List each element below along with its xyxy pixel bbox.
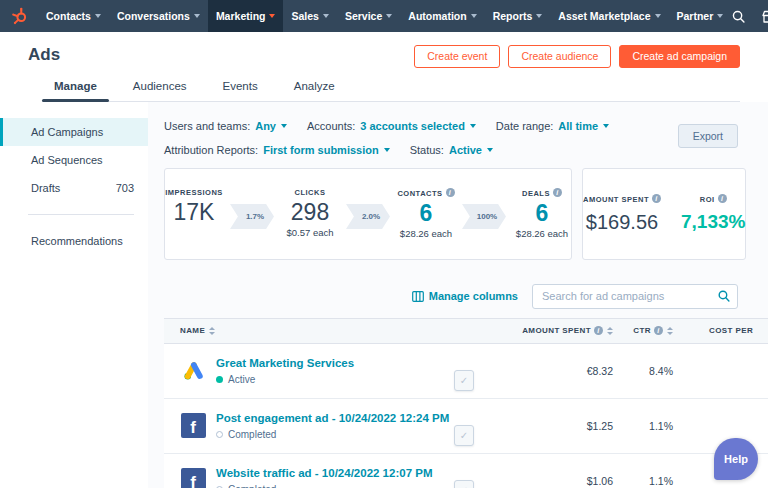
- page-title: Ads: [28, 45, 60, 65]
- nav-item-label: Asset Marketplace: [558, 10, 650, 22]
- tab-audiences[interactable]: Audiences: [121, 80, 199, 101]
- status-label: Completed: [228, 429, 276, 440]
- chevron-down-icon: [655, 14, 661, 18]
- info-icon[interactable]: [654, 326, 663, 335]
- filters-row-1: Users and teams: Any Accounts: 3 account…: [164, 118, 738, 134]
- campaign-status: Completed: [216, 429, 449, 440]
- metric-cost-each: $28.26 each: [513, 228, 571, 239]
- filters-row-2: Attribution Reports: First form submissi…: [164, 142, 738, 158]
- create-event-button[interactable]: Create event: [414, 45, 500, 68]
- sidebar-item-ad-sequences[interactable]: Ad Sequences: [0, 146, 148, 174]
- sidebar-item-recommendations[interactable]: Recommendations: [0, 227, 148, 255]
- column-header-ctr[interactable]: CTR: [613, 326, 673, 335]
- metric-label: DEALS: [522, 189, 550, 198]
- campaign-status: Active: [216, 374, 354, 385]
- status-label: Active: [228, 374, 255, 385]
- header-buttons: Create event Create audience Create ad c…: [414, 45, 740, 68]
- filter-label: Attribution Reports:: [164, 144, 258, 156]
- metric-impressions: IMPRESSIONS 17K: [165, 188, 223, 224]
- nav-item-marketing[interactable]: Marketing: [208, 0, 284, 32]
- column-header-cost-per[interactable]: COST PER: [673, 326, 768, 335]
- nav-item-partner[interactable]: Partner: [669, 0, 732, 32]
- tab-analyze[interactable]: Analyze: [282, 80, 347, 101]
- search-icon[interactable]: [717, 289, 731, 307]
- table-toolbar: Manage columns: [164, 284, 738, 309]
- filter-users-and-teams[interactable]: Users and teams: Any: [164, 120, 287, 132]
- manage-columns-button[interactable]: Manage columns: [412, 290, 518, 302]
- column-label: CTR: [633, 326, 651, 335]
- column-label: AMOUNT SPENT: [522, 326, 591, 335]
- page-header: Ads Create event Create audience Create …: [0, 32, 768, 102]
- column-header-amount-spent[interactable]: AMOUNT SPENT: [519, 326, 613, 335]
- sidebar-item-drafts[interactable]: Drafts 703: [0, 174, 148, 202]
- filter-value: First form submission: [263, 144, 379, 156]
- funnel-arrow: 100%: [462, 204, 506, 229]
- tab-events[interactable]: Events: [211, 80, 270, 101]
- column-label: COST PER: [709, 326, 753, 335]
- info-icon[interactable]: [594, 326, 603, 335]
- metric-contacts: CONTACTS 6 $28.26 each: [397, 188, 455, 239]
- nav-item-label: Service: [345, 10, 382, 22]
- search-input[interactable]: [532, 284, 738, 309]
- help-button[interactable]: Help: [714, 438, 758, 480]
- nav-item-label: Conversations: [117, 10, 190, 22]
- campaign-search: [532, 284, 738, 309]
- filter-attribution-reports[interactable]: Attribution Reports: First form submissi…: [164, 144, 390, 156]
- chevron-down-icon: [470, 124, 476, 128]
- chevron-down-icon: [281, 124, 287, 128]
- sidebar-item-label: Drafts: [31, 182, 60, 194]
- sidebar-item-label: Recommendations: [31, 235, 123, 247]
- chevron-down-icon: [269, 14, 275, 18]
- sidebar-item-ad-campaigns[interactable]: Ad Campaigns: [0, 118, 148, 146]
- chevron-down-icon: [717, 14, 723, 18]
- metric-amount-spent: AMOUNT SPENT $169.56: [583, 194, 661, 234]
- create-audience-button[interactable]: Create audience: [508, 45, 611, 68]
- info-icon[interactable]: [652, 194, 661, 203]
- filter-status[interactable]: Status: Active: [410, 144, 493, 156]
- nav-item-sales[interactable]: Sales: [283, 0, 336, 32]
- column-header-name[interactable]: NAME: [164, 319, 473, 343]
- nav-item-reports[interactable]: Reports: [485, 0, 551, 32]
- drafts-count-badge: 703: [116, 182, 134, 194]
- marketplace-icon[interactable]: [761, 9, 768, 24]
- nav-item-label: Partner: [677, 10, 714, 22]
- filter-value: 3 accounts selected: [360, 120, 465, 132]
- info-icon[interactable]: [718, 194, 727, 203]
- nav-item-contacts[interactable]: Contacts: [38, 0, 109, 32]
- campaign-name-link[interactable]: Website traffic ad - 10/24/2022 12:07 PM: [216, 467, 432, 479]
- conversion-rate: 1.7%: [246, 212, 264, 221]
- hubspot-sprocket-logo-icon[interactable]: [10, 6, 30, 26]
- tab-manage[interactable]: Manage: [42, 80, 109, 101]
- toggle-knob-check-icon: ✓: [454, 370, 474, 391]
- table-row: f Website traffic ad - 10/24/2022 12:07 …: [164, 454, 768, 488]
- manage-columns-label: Manage columns: [429, 290, 518, 302]
- campaign-name-link[interactable]: Post engagement ad - 10/24/2022 12:24 PM: [216, 412, 449, 424]
- chevron-down-icon: [323, 14, 329, 18]
- campaign-name-link[interactable]: Great Marketing Services: [216, 357, 354, 369]
- info-icon[interactable]: [553, 188, 562, 197]
- nav-item-conversations[interactable]: Conversations: [109, 0, 208, 32]
- metric-roi: ROI 7,133%: [681, 194, 745, 233]
- nav-item-service[interactable]: Service: [337, 0, 400, 32]
- sort-icon[interactable]: [209, 327, 215, 335]
- filter-date-range[interactable]: Date range: All time: [496, 120, 609, 132]
- chevron-down-icon: [194, 14, 200, 18]
- filter-accounts[interactable]: Accounts: 3 accounts selected: [307, 120, 476, 132]
- ctr-value: 8.4%: [649, 365, 673, 377]
- status-label: Completed: [228, 484, 276, 488]
- nav-item-automation[interactable]: Automation: [400, 0, 484, 32]
- table-row: f Post engagement ad - 10/24/2022 12:24 …: [164, 399, 768, 454]
- ctr-value: 1.1%: [649, 420, 673, 432]
- nav-item-label: Sales: [291, 10, 318, 22]
- spend-roi-card: AMOUNT SPENT $169.56 ROI 7,133%: [582, 168, 746, 260]
- create-ad-campaign-button[interactable]: Create ad campaign: [619, 45, 740, 68]
- columns-icon: [412, 291, 424, 302]
- export-button[interactable]: Export: [678, 124, 738, 148]
- search-icon[interactable]: [731, 9, 746, 24]
- toggle-knob-check-icon: ✓: [454, 480, 474, 488]
- nav-item-label: Contacts: [46, 10, 91, 22]
- column-label: NAME: [180, 326, 205, 335]
- nav-item-asset-marketplace[interactable]: Asset Marketplace: [550, 0, 668, 32]
- info-icon[interactable]: [446, 188, 455, 197]
- filter-value: Any: [255, 120, 276, 132]
